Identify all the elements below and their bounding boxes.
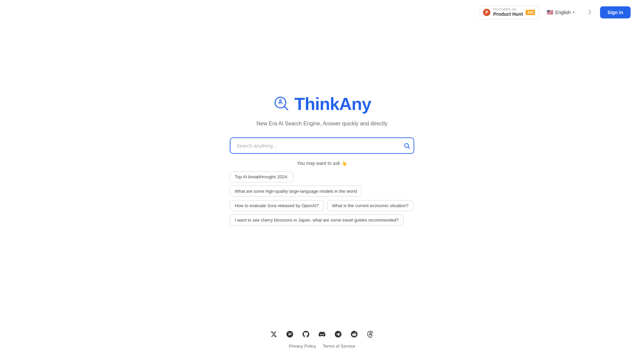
github-icon[interactable] xyxy=(301,329,311,339)
terms-of-service-link[interactable]: Terms of Service xyxy=(323,344,355,349)
suggestions-grid: Top AI breakthroughs 2024. What are some… xyxy=(230,171,414,226)
signin-button[interactable]: Sign in xyxy=(600,6,631,18)
subtitle: New Era AI Search Engine, Answer quickly… xyxy=(257,121,387,127)
footer: Privacy Policy Terms of Service xyxy=(269,329,375,349)
language-selector[interactable]: 🇺🇸 English ▾ xyxy=(544,7,577,17)
suggestion-chip[interactable]: Top AI breakthroughs 2024. xyxy=(230,171,293,182)
privacy-policy-link[interactable]: Privacy Policy xyxy=(289,344,316,349)
product-hunt-count: 340 xyxy=(526,10,535,15)
product-hunt-footer-icon[interactable] xyxy=(285,329,294,339)
logo-area: ThinkAny xyxy=(273,94,371,114)
search-container xyxy=(230,137,414,154)
header: P FEATURED ON Product Hunt 340 🇺🇸 Englis… xyxy=(466,0,644,25)
social-icons xyxy=(269,329,375,339)
moon-icon: ☽ xyxy=(586,9,591,16)
svg-point-2 xyxy=(279,99,282,102)
footer-links: Privacy Policy Terms of Service xyxy=(289,344,355,349)
logo-text: ThinkAny xyxy=(294,94,371,114)
x-twitter-icon[interactable] xyxy=(269,329,278,339)
suggestions-row-1: Top AI breakthroughs 2024. What are some… xyxy=(230,171,414,197)
product-hunt-badge[interactable]: P FEATURED ON Product Hunt 340 xyxy=(479,5,539,19)
product-hunt-text: FEATURED ON Product Hunt xyxy=(493,8,523,17)
reddit-icon[interactable] xyxy=(350,329,359,339)
telegram-icon[interactable] xyxy=(333,329,343,339)
suggestions-row-3: I want to see cherry blossoms in Japan, … xyxy=(230,215,404,226)
suggestions-label: You may want to ask 👆 xyxy=(297,161,347,166)
product-hunt-name: Product Hunt xyxy=(493,11,523,17)
logo-icon xyxy=(273,95,290,113)
dark-mode-button[interactable]: ☽ xyxy=(583,6,595,18)
suggestions-row-2: How to evaluate Sora released by OpenAI?… xyxy=(230,200,414,211)
flag-icon: 🇺🇸 xyxy=(547,9,553,15)
discord-icon[interactable] xyxy=(317,329,327,339)
threads-icon[interactable] xyxy=(366,329,375,339)
search-input[interactable] xyxy=(230,137,414,154)
suggestion-chip[interactable]: What is the current economic situation? xyxy=(327,200,414,211)
search-icon xyxy=(404,142,410,149)
product-hunt-featured-label: FEATURED ON xyxy=(493,8,523,11)
language-label: English xyxy=(555,10,571,15)
svg-line-4 xyxy=(408,147,410,148)
main-content: ThinkAny New Era AI Search Engine, Answe… xyxy=(0,0,644,226)
product-hunt-logo: P xyxy=(483,9,490,16)
suggestion-chip[interactable]: I want to see cherry blossoms in Japan, … xyxy=(230,215,404,226)
chevron-down-icon: ▾ xyxy=(573,10,575,14)
suggestion-chip[interactable]: What are some high-quality large-languag… xyxy=(230,186,362,197)
suggestion-chip[interactable]: How to evaluate Sora released by OpenAI? xyxy=(230,200,324,211)
search-button[interactable] xyxy=(404,142,410,149)
